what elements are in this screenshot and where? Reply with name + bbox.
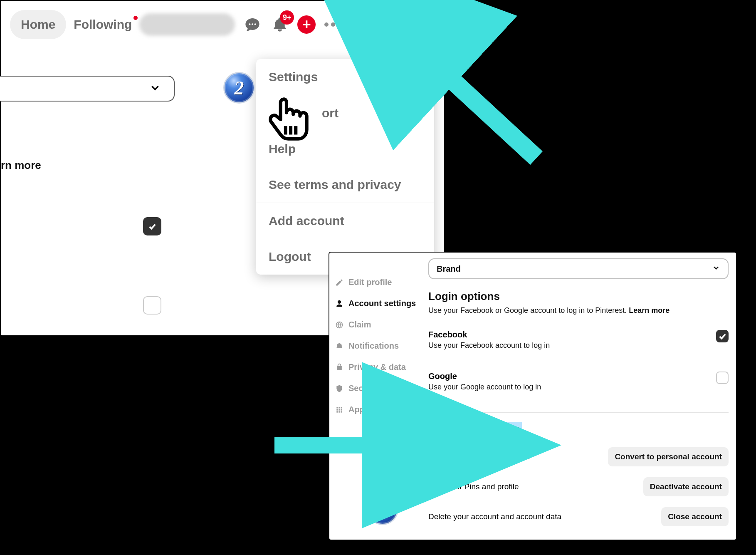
create-button[interactable]: + — [297, 15, 316, 34]
chevron-down-icon — [712, 264, 720, 274]
top-nav: Home Following 9+ + — [1, 1, 444, 47]
learn-more-partial-text: rn more — [1, 159, 41, 172]
login-options-heading: Login options — [428, 290, 729, 303]
google-checkbox[interactable] — [716, 372, 729, 384]
svg-rect-7 — [336, 409, 338, 410]
sidebar-label: Claim — [348, 320, 371, 330]
nav-following-label: Following — [74, 17, 132, 31]
account-change-row-deactivate: Hide your Pins and profile Deactivate ac… — [428, 477, 729, 496]
notification-badge: 9+ — [280, 10, 294, 25]
checkbox-unchecked[interactable] — [143, 296, 161, 315]
login-row-facebook: Facebook Use your Facebook account to lo… — [428, 330, 729, 350]
svg-rect-11 — [338, 411, 340, 412]
facebook-sub: Use your Facebook account to log in — [428, 341, 550, 350]
pointer-hand-icon — [262, 94, 316, 150]
svg-point-0 — [249, 23, 251, 25]
svg-rect-9 — [341, 409, 342, 410]
account-change-row-convert: Stop using business features Convert to … — [428, 447, 729, 466]
svg-rect-10 — [336, 411, 338, 412]
svg-point-2 — [254, 23, 256, 25]
sidebar-item-account-settings[interactable]: Account settings — [335, 299, 422, 308]
account-changes-heading: Account changes — [428, 422, 522, 436]
google-sub: Use your Google account to log in — [428, 383, 541, 391]
notifications-icon[interactable]: 9+ — [270, 15, 290, 35]
close-account-button[interactable]: Close account — [661, 507, 729, 526]
sidebar-label: Account settings — [348, 299, 416, 308]
sidebar-label: Edit profile — [348, 278, 392, 287]
sidebar-label: Apps — [348, 405, 369, 414]
chevron-down-icon — [149, 82, 161, 96]
facebook-label: Facebook — [428, 330, 550, 339]
more-menu-button[interactable] — [323, 15, 343, 35]
dropdown-select-partial[interactable] — [0, 76, 175, 102]
sidebar-item-security[interactable]: Security — [335, 384, 422, 393]
brand-select-dropdown[interactable]: Brand — [428, 258, 729, 279]
nav-following[interactable]: Following — [74, 17, 132, 32]
step-badge-2: 2 — [223, 72, 255, 104]
sidebar-label: Security — [348, 384, 381, 393]
row-label: Hide your Pins and profile — [428, 482, 519, 491]
sidebar-item-privacy-data[interactable]: Privacy & data — [335, 362, 422, 372]
settings-sidebar: Edit profile Account settings Claim Noti… — [335, 278, 422, 414]
svg-rect-12 — [341, 411, 342, 412]
sidebar-item-edit-profile[interactable]: Edit profile — [335, 278, 422, 287]
sidebar-label: Notifications — [348, 341, 399, 351]
annotation-arrow-2 — [270, 429, 412, 463]
nav-home[interactable]: Home — [10, 10, 66, 39]
step-badge-3: 3 — [367, 493, 398, 525]
svg-rect-8 — [338, 409, 340, 410]
menu-item-add-account[interactable]: Add account — [256, 203, 434, 239]
account-change-row-close: Delete your account and account data Clo… — [428, 507, 729, 526]
svg-rect-6 — [341, 407, 342, 408]
facebook-checkbox[interactable] — [716, 330, 729, 342]
google-label: Google — [428, 372, 541, 381]
svg-rect-4 — [336, 407, 338, 408]
new-indicator-dot — [133, 16, 138, 20]
messages-icon[interactable] — [242, 15, 262, 35]
row-label: Delete your account and account data — [428, 512, 561, 521]
deactivate-button[interactable]: Deactivate account — [643, 477, 729, 496]
sidebar-item-apps[interactable]: Apps — [335, 405, 422, 414]
row-label: Stop using business features — [428, 452, 530, 461]
learn-more-link[interactable]: Learn more — [629, 306, 670, 315]
svg-line-14 — [428, 58, 536, 158]
sidebar-item-notifications[interactable]: Notifications — [335, 341, 422, 351]
login-options-helper: Use your Facebook or Google account to l… — [428, 306, 729, 315]
svg-point-1 — [252, 23, 253, 25]
checkbox-checked[interactable] — [143, 217, 161, 235]
profile-chip-blurred[interactable] — [139, 13, 235, 36]
login-row-google: Google Use your Google account to log in — [428, 372, 729, 391]
sidebar-label: Privacy & data — [348, 362, 406, 372]
sidebar-item-claim[interactable]: Claim — [335, 320, 422, 330]
annotation-arrow-1 — [399, 33, 549, 168]
settings-content: Login options Use your Facebook or Googl… — [428, 290, 729, 526]
section-divider — [428, 412, 729, 413]
brand-select-value: Brand — [437, 264, 461, 274]
convert-personal-button[interactable]: Convert to personal account — [608, 447, 729, 466]
svg-rect-5 — [338, 407, 340, 408]
menu-item-terms[interactable]: See terms and privacy — [256, 167, 434, 203]
